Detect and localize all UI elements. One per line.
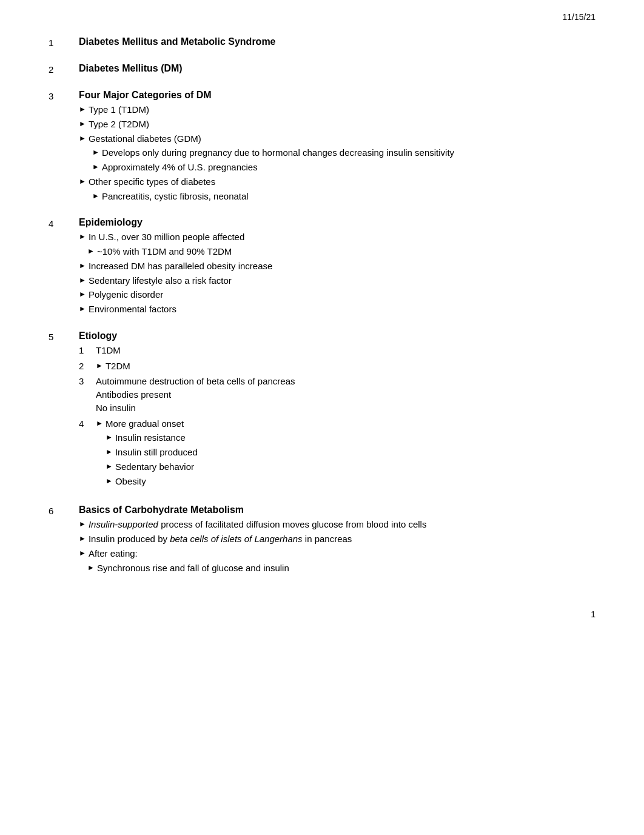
numbered-label: 4 [79, 417, 96, 431]
list-item: ► Obesity [96, 475, 595, 488]
list-item: 1 T1DM [79, 344, 595, 357]
bullet-text: Gestational diabetes (GDM) [89, 132, 201, 146]
bullet-text: Type 2 (T2DM) [89, 118, 149, 131]
numbered-content: T1DM [96, 344, 595, 357]
bullet-arrow-icon: ► [106, 476, 113, 486]
bullet-arrow-icon: ► [106, 461, 113, 472]
section-content-5: Etiology 1 T1DM 2 ► T2DM [79, 330, 595, 492]
section-number-2: 2 [49, 63, 79, 76]
italic-text: beta cells of islets of Langerhans [170, 534, 302, 544]
numbered-content: ► More gradual onset ► Insulin resistanc… [96, 417, 595, 489]
bullet-text: Sedentary behavior [115, 460, 194, 474]
bullet-arrow-icon: ► [79, 133, 86, 144]
section-title-1: Diabetes Mellitus and Metabolic Syndrome [79, 36, 595, 47]
bullet-text: Type 1 (T1DM) [89, 103, 149, 116]
bullet-arrow-icon: ► [106, 447, 113, 457]
bullet-arrow-icon: ► [79, 304, 86, 314]
list-item: 2 ► T2DM [79, 360, 595, 373]
bullet-text: Synchronous rise and fall of glucose and… [97, 562, 289, 575]
bullet-text: Sedentary lifestyle also a risk factor [89, 274, 232, 287]
section-number-1: 1 [49, 36, 79, 50]
list-item: ► Increased DM has paralleled obesity in… [79, 260, 595, 273]
section-content-1: Diabetes Mellitus and Metabolic Syndrome [79, 36, 595, 50]
bullet-text: Insulin produced by beta cells of islets… [89, 532, 352, 546]
list-item: ► In U.S., over 30 million people affect… [79, 230, 595, 244]
list-item: ► Develops only during pregnancy due to … [79, 146, 595, 159]
list-item: 4 ► More gradual onset ► Insulin resista… [79, 417, 595, 489]
section-title-2: Diabetes Mellitus (DM) [79, 63, 595, 74]
section-3-bullets: ► Type 1 (T1DM) ► Type 2 (T2DM) ► Gestat… [79, 103, 595, 203]
section-number-5: 5 [49, 330, 79, 492]
bullet-text: Pancreatitis, cystic fibrosis, neonatal [102, 190, 249, 203]
date-text: 11/15/21 [563, 12, 596, 22]
item-text: T2DM [106, 360, 130, 373]
bullet-arrow-icon: ► [79, 176, 86, 187]
section-title-5: Etiology [79, 330, 595, 341]
list-item: ► Environmental factors [79, 303, 595, 316]
bullet-arrow-icon: ► [92, 147, 99, 158]
bullet-arrow-icon: ► [92, 191, 99, 201]
bullet-text: Approximately 4% of U.S. pregnancies [102, 161, 258, 174]
list-item: ► Type 1 (T1DM) [79, 103, 595, 116]
bullet-text: Polygenic disorder [89, 288, 163, 301]
list-item: ► ~10% with T1DM and 90% T2DM [79, 245, 595, 258]
section-content-6: Basics of Carbohydrate Metabolism ► Insu… [79, 505, 595, 575]
bullet-text: Increased DM has paralleled obesity incr… [89, 260, 273, 273]
list-item: ► Sedentary lifestyle also a risk factor [79, 274, 595, 287]
list-item: ► Approximately 4% of U.S. pregnancies [79, 161, 595, 174]
section-4: 4 Epidemiology ► In U.S., over 30 millio… [49, 217, 595, 317]
bullet-text: Environmental factors [89, 303, 176, 316]
list-item: ► Insulin produced by beta cells of isle… [79, 532, 595, 546]
bullet-arrow-icon: ► [79, 289, 86, 300]
numbered-label: 2 [79, 360, 96, 373]
bullet-text: Obesity [115, 475, 146, 488]
list-item: ► Other specific types of diabetes [79, 175, 595, 189]
numbered-content: ► T2DM [96, 360, 595, 373]
section-2: 2 Diabetes Mellitus (DM) [49, 63, 595, 76]
section-title-3: Four Major Categories of DM [79, 90, 595, 101]
section-6: 6 Basics of Carbohydrate Metabolism ► In… [49, 505, 595, 575]
bullet-text: After eating: [89, 547, 138, 560]
bullet-arrow-icon: ► [92, 162, 99, 172]
numbered-label: 1 [79, 344, 96, 357]
italic-text: Insulin-supported [89, 519, 158, 529]
page-container: 11/15/21 1 Diabetes Mellitus and Metabol… [0, 0, 644, 637]
section-5: 5 Etiology 1 T1DM 2 ► T2DM [49, 330, 595, 492]
bullet-text: Insulin still produced [115, 446, 198, 459]
list-item: ► Synchronous rise and fall of glucose a… [79, 562, 595, 575]
section-3: 3 Four Major Categories of DM ► Type 1 (… [49, 90, 595, 204]
bullet-arrow-icon: ► [79, 104, 86, 115]
bullet-arrow-icon: ► [79, 548, 86, 558]
section-number-3: 3 [49, 90, 79, 204]
bullet-arrow-icon: ► [79, 261, 86, 271]
section-content-2: Diabetes Mellitus (DM) [79, 63, 595, 76]
bullet-arrow-icon: ► [79, 519, 86, 529]
section-5-numbered: 1 T1DM 2 ► T2DM [79, 344, 595, 489]
item-text: Autoimmune destruction of beta cells of … [96, 376, 295, 413]
section-number-6: 6 [49, 505, 79, 575]
bullet-arrow-icon: ► [96, 361, 103, 371]
bullet-arrow-icon: ► [79, 534, 86, 544]
bullet-text: Develops only during pregnancy due to ho… [102, 146, 454, 159]
bullet-arrow-icon: ► [87, 246, 95, 257]
numbered-content: Autoimmune destruction of beta cells of … [96, 375, 595, 414]
page-number: 1 [591, 609, 595, 619]
list-item: ► Insulin still produced [96, 446, 595, 459]
date-header: 11/15/21 [563, 12, 596, 22]
bullet-arrow-icon: ► [79, 275, 86, 286]
section-1: 1 Diabetes Mellitus and Metabolic Syndro… [49, 36, 595, 50]
bullet-arrow-icon: ► [79, 232, 86, 242]
bullet-text: Insulin-supported process of facilitated… [89, 518, 427, 531]
list-item: ► Sedentary behavior [96, 460, 595, 474]
list-item: ► Polygenic disorder [79, 288, 595, 301]
bullet-text: Insulin resistance [115, 431, 186, 444]
list-item: ► Type 2 (T2DM) [79, 118, 595, 131]
section-title-4: Epidemiology [79, 217, 595, 228]
section-number-4: 4 [49, 217, 79, 317]
numbered-label: 3 [79, 375, 96, 388]
bullet-arrow-icon: ► [79, 119, 86, 129]
item-text: More gradual onset [106, 417, 184, 431]
bullet-arrow-icon: ► [106, 432, 113, 443]
list-item: ► Gestational diabetes (GDM) [79, 132, 595, 146]
list-item: ► Insulin resistance [96, 431, 595, 444]
